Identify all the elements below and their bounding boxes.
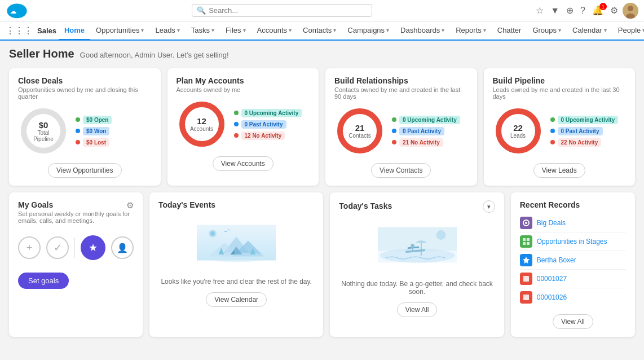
badge-no-activity: 12 No Activity <box>241 131 285 140</box>
build-pipeline-donut-row: 22 Leads 0 Upcoming Activity 0 Past Acti… <box>493 106 627 156</box>
my-goals-title: My Goals <box>18 200 53 209</box>
recent-link-00001026[interactable]: 00001026 <box>537 293 567 301</box>
recent-icon-bertha <box>520 254 532 266</box>
badge-no-activity: 22 No Activity <box>558 138 602 147</box>
svg-rect-40 <box>527 242 530 245</box>
dot-open <box>76 117 80 122</box>
view-calendar-button[interactable]: View Calendar <box>206 292 267 307</box>
nav-item-calendar[interactable]: Calendar ▾ <box>567 21 612 41</box>
nav-bar: ⋮⋮⋮ Sales Home Opportunities ▾ Leads ▾ T… <box>0 21 644 41</box>
legend-item: 0 Past Activity <box>234 120 310 129</box>
dot-no-activity <box>550 140 555 144</box>
tasks-dropdown-button[interactable]: ▾ <box>483 200 495 213</box>
add-goal-icon[interactable]: + <box>18 236 41 259</box>
svg-point-2 <box>19 7 25 12</box>
build-pipeline-donut: 22 Leads <box>493 106 544 156</box>
legend-item: 0 Upcoming Activity <box>234 109 310 117</box>
check-goal-icon[interactable]: ✓ <box>46 236 69 259</box>
nav-item-tasks[interactable]: Tasks ▾ <box>186 21 220 41</box>
nav-item-campaigns[interactable]: Campaigns ▾ <box>342 21 395 41</box>
todays-tasks-card: Today's Tasks ▾ <box>330 192 504 337</box>
top-cards-row: Close Deals Opportunities owned by me an… <box>9 68 635 186</box>
gear-icon-btn[interactable]: ⚙ <box>608 4 620 17</box>
svg-point-36 <box>525 222 527 224</box>
nav-item-people[interactable]: People ▾ <box>612 21 644 41</box>
svg-point-12 <box>340 111 380 151</box>
dot-past <box>392 129 396 133</box>
legend-item: 0 Past Activity <box>550 127 627 135</box>
view-all-tasks-button[interactable]: View All <box>397 302 438 317</box>
plan-accounts-legend: 0 Upcoming Activity 0 Past Activity 12 N… <box>234 109 310 140</box>
recent-link-big-deals[interactable]: Big Deals <box>537 219 566 227</box>
question-icon-btn[interactable]: ? <box>578 5 588 17</box>
nav-item-files[interactable]: Files ▾ <box>220 21 251 41</box>
plan-accounts-donut: 12 Accounts <box>177 99 227 150</box>
build-pipeline-subtitle: Leads owned by me and created in the las… <box>493 86 627 100</box>
view-leads-button[interactable]: View Leads <box>533 163 585 178</box>
search-input[interactable] <box>209 6 367 15</box>
plus-icon-btn[interactable]: ⊕ <box>564 4 576 17</box>
toolbar-icons: ☆ ▼ ⊕ ? 🔔 1 ⚙ <box>533 3 638 19</box>
dot-upcoming <box>234 111 239 115</box>
close-deals-title: Close Deals <box>18 76 152 85</box>
nav-item-groups[interactable]: Groups ▾ <box>527 21 567 41</box>
goals-settings-icon[interactable]: ⚙ <box>126 200 134 210</box>
nav-item-leads[interactable]: Leads ▾ <box>149 21 185 41</box>
star-icon-btn[interactable]: ☆ <box>533 4 546 17</box>
badge-upcoming: 0 Upcoming Activity <box>241 109 302 117</box>
chevron-btn[interactable]: ▼ <box>548 5 562 17</box>
chevron-down-icon: ▾ <box>243 27 246 33</box>
close-deals-donut-row: $0 Total Pipeline $0 Open $0 Won <box>18 106 152 156</box>
page-content: Seller Home Good afternoon, Admin User. … <box>0 41 644 360</box>
nav-item-opportunities[interactable]: Opportunities ▾ <box>90 21 149 41</box>
nav-item-dashboards[interactable]: Dashboards ▾ <box>395 21 450 41</box>
dot-past <box>550 129 555 133</box>
goals-divider <box>74 238 75 258</box>
view-opportunities-button[interactable]: View Opportunities <box>48 163 122 178</box>
events-empty-text: Looks like you're free and clear the res… <box>158 278 314 286</box>
recent-item-big-deals: Big Deals <box>520 214 626 232</box>
set-goals-button[interactable]: Set goals <box>18 273 69 289</box>
todays-events-card: Today's Events <box>149 192 323 337</box>
recent-link-00001027[interactable]: 00001027 <box>537 275 567 283</box>
close-deals-donut: $0 Total Pipeline <box>18 106 69 156</box>
goals-header: My Goals ⚙ <box>18 200 134 210</box>
nav-item-chatter[interactable]: Chatter <box>492 21 527 41</box>
app-launcher-icon[interactable]: ⋮⋮⋮ <box>6 25 33 36</box>
chevron-down-icon: ▾ <box>289 27 292 33</box>
badge-past: 0 Past Activity <box>241 120 286 129</box>
view-accounts-button[interactable]: View Accounts <box>213 156 274 171</box>
todays-tasks-title: Today's Tasks <box>339 201 392 210</box>
goals-icons: + ✓ ★ 👤 <box>18 231 134 265</box>
events-header: Today's Events <box>158 200 314 210</box>
chevron-down-icon: ▾ <box>333 27 336 33</box>
page-subtitle: Good afternoon, Admin User. Let's get se… <box>80 51 229 59</box>
badge-won: $0 Won <box>83 127 109 135</box>
legend-item: 22 No Activity <box>550 138 627 147</box>
svg-point-17 <box>210 231 215 236</box>
goals-description: Set personal weekly or monthly goals for… <box>18 210 134 224</box>
search-wrap: 🔍 <box>30 4 533 17</box>
svg-rect-38 <box>527 238 530 241</box>
recent-link-bertha[interactable]: Bertha Boxer <box>537 256 576 264</box>
nav-item-home[interactable]: Home <box>59 21 90 41</box>
recent-records-card: Recent Records Big Deals <box>511 192 635 337</box>
legend-item: 0 Upcoming Activity <box>392 116 468 124</box>
recent-link-opp-stages[interactable]: Opportunities in Stages <box>537 238 607 245</box>
nav-item-contacts[interactable]: Contacts ▾ <box>297 21 342 41</box>
badge-no-activity: 21 No Activity <box>399 138 443 147</box>
avatar[interactable] <box>623 3 638 19</box>
badge-past: 0 Past Activity <box>399 127 444 135</box>
nav-item-reports[interactable]: Reports ▾ <box>450 21 492 41</box>
build-relationships-title: Build Relationships <box>334 76 468 85</box>
legend-item: 12 No Activity <box>234 131 310 140</box>
nav-item-accounts[interactable]: Accounts ▾ <box>252 21 297 41</box>
events-illustration <box>158 214 314 273</box>
dot-no-activity <box>234 133 239 138</box>
bell-icon-btn[interactable]: 🔔 1 <box>590 4 606 17</box>
legend-item: 0 Past Activity <box>392 127 468 135</box>
tasks-header: Today's Tasks ▾ <box>339 200 495 213</box>
build-pipeline-legend: 0 Upcoming Activity 0 Past Activity 22 N… <box>550 116 627 147</box>
view-contacts-button[interactable]: View Contacts <box>371 163 431 178</box>
view-all-recent-button[interactable]: View All <box>553 314 593 329</box>
